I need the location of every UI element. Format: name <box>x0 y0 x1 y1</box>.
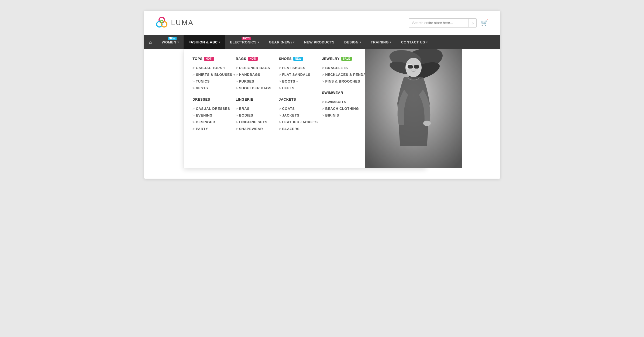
nav-label-contact: CONTACT US <box>401 40 425 44</box>
link-heels[interactable]: Heels <box>279 85 315 91</box>
svg-rect-17 <box>414 65 419 69</box>
nav-label-design: DESIGN <box>344 40 359 44</box>
link-casual-tops[interactable]: Casual Tops ▾ <box>192 64 229 71</box>
search-button[interactable]: ⌕ <box>469 19 476 27</box>
chevron-down-icon-fashion: ▾ <box>219 41 221 44</box>
link-purses[interactable]: Purses <box>236 78 272 85</box>
nav-bar: ⌂ New WOMEN ▾ FASHION & ABC ▾ TOPS Hot! … <box>144 35 500 49</box>
link-evening[interactable]: Evening <box>192 112 229 119</box>
link-leather-jackets[interactable]: Leather Jackets <box>279 119 315 125</box>
fashion-image <box>365 49 462 168</box>
search-input[interactable] <box>409 19 469 27</box>
nav-item-gear[interactable]: GEAR (NEW) ▾ <box>264 35 299 49</box>
nav-label-new-products: NEW PRODUCTS <box>304 40 335 44</box>
nav-item-new-products[interactable]: NEW PRODUCTS <box>299 35 339 49</box>
cart-button[interactable]: 🛒 <box>480 18 489 28</box>
link-flat-sandals[interactable]: Flat Sandals <box>279 71 315 78</box>
logo-area: LUMA <box>155 16 194 30</box>
mega-col-jewelry: JEWELRY Sale Bracelets Necklaces & Penda… <box>322 57 365 160</box>
link-jackets[interactable]: Jackets <box>279 112 315 119</box>
col-title-lingerie: LINGERIE <box>236 97 272 101</box>
nav-item-contact[interactable]: CONTACT US ▾ <box>396 35 433 49</box>
chevron-down-icon-training: ▾ <box>390 41 391 44</box>
chevron-down-icon-gear: ▾ <box>293 41 295 44</box>
link-designer-bags[interactable]: Designer Bags <box>236 64 272 71</box>
nav-label-training: TRAINING <box>371 40 389 44</box>
link-blazers[interactable]: Blazers <box>279 125 315 132</box>
nav-label-electronics: ELECTRONICS <box>230 40 257 44</box>
mega-col-shoes: SHOES New Flat Shoes Flat Sandals Boots … <box>279 57 322 160</box>
link-bras[interactable]: Bras <box>236 105 272 112</box>
col-title-shoes: SHOES New <box>279 57 315 61</box>
nav-label-women: WOMEN <box>162 40 176 44</box>
mega-col-tops: TOPS Hot! Casual Tops ▾ Shirts & Blouses… <box>192 57 236 160</box>
bags-badge: Hot! <box>248 57 258 61</box>
jewelry-badge: Sale <box>341 57 352 61</box>
nav-item-electronics[interactable]: Hot! ELECTRONICS ▾ <box>225 35 264 49</box>
nav-label-fashion: FASHION & ABC <box>188 40 218 44</box>
header-right: ⌕ 🛒 <box>409 18 489 28</box>
nav-item-design[interactable]: DESIGN ▾ <box>339 35 366 49</box>
mega-col-bags: BAGS Hot! Designer Bags Handbags Purses … <box>236 57 279 160</box>
link-shoulder-bags[interactable]: Shoulder Bags <box>236 85 272 91</box>
col-title-jackets: JACKETS <box>279 97 315 101</box>
link-beach-clothing[interactable]: Beach Clothing <box>322 105 359 112</box>
link-swimsuits[interactable]: Swimsuits <box>322 98 359 105</box>
link-flat-shoes[interactable]: Flat Shoes <box>279 64 315 71</box>
svg-rect-16 <box>408 65 413 69</box>
svg-point-13 <box>423 121 431 126</box>
search-bar: ⌕ <box>409 18 477 28</box>
col-title-swimwear: SWIMWEAR <box>322 91 359 95</box>
chevron-down-icon-contact: ▾ <box>426 41 428 44</box>
electronics-badge: Hot! <box>242 37 251 40</box>
link-vests[interactable]: Vests <box>192 85 229 91</box>
col-title-dresses: DRESSES <box>192 97 229 101</box>
link-casual-dresses[interactable]: Casual Dresses <box>192 105 229 112</box>
col-title-tops: TOPS Hot! <box>192 57 229 61</box>
page-wrapper: LUMA ⌕ 🛒 ⌂ New WOMEN ▾ FASHION & ABC ▾ <box>144 11 500 179</box>
link-tunics[interactable]: Tunics <box>192 78 229 85</box>
link-pins[interactable]: Pins & Brooches <box>322 78 359 85</box>
link-coats[interactable]: Coats <box>279 105 315 112</box>
link-shapewear[interactable]: Shapewear <box>236 125 272 132</box>
svg-point-3 <box>160 20 163 23</box>
tops-badge: Hot! <box>204 57 214 61</box>
logo-text: LUMA <box>171 19 194 27</box>
logo-icon <box>155 16 168 30</box>
mega-dropdown: TOPS Hot! Casual Tops ▾ Shirts & Blouses… <box>184 49 426 168</box>
mega-col-image <box>365 49 462 168</box>
link-desinger[interactable]: Desinger <box>192 119 229 125</box>
link-bikinis[interactable]: Bikinis <box>322 112 359 119</box>
nav-item-fashion[interactable]: FASHION & ABC ▾ TOPS Hot! Casual Tops ▾ … <box>184 35 225 49</box>
nav-item-training[interactable]: TRAINING ▾ <box>366 35 396 49</box>
col-title-bags: BAGS Hot! <box>236 57 272 61</box>
link-bracelets[interactable]: Bracelets <box>322 64 359 71</box>
link-shirts-blouses[interactable]: Shirts & Blouses ▾ <box>192 71 229 78</box>
link-handbags[interactable]: Handbags <box>236 71 272 78</box>
chevron-down-icon: ▾ <box>177 41 179 44</box>
nav-item-women[interactable]: New WOMEN ▾ <box>157 35 184 49</box>
link-lingerie-sets[interactable]: Lingerie Sets <box>236 119 272 125</box>
link-party[interactable]: Party <box>192 125 229 132</box>
shoes-badge: New <box>293 57 303 61</box>
home-icon: ⌂ <box>149 39 152 45</box>
link-boots[interactable]: Boots ▾ <box>279 78 315 85</box>
link-bodies[interactable]: Bodies <box>236 112 272 119</box>
women-badge: New <box>168 37 177 40</box>
col-title-jewelry: JEWELRY Sale <box>322 57 359 61</box>
nav-item-home[interactable]: ⌂ <box>144 35 157 49</box>
chevron-down-icon-electronics: ▾ <box>258 41 259 44</box>
link-necklaces[interactable]: Necklaces & Pendants <box>322 71 359 78</box>
header: LUMA ⌕ 🛒 <box>144 11 500 35</box>
chevron-down-icon-design: ▾ <box>360 41 361 44</box>
nav-label-gear: GEAR (NEW) <box>269 40 292 44</box>
